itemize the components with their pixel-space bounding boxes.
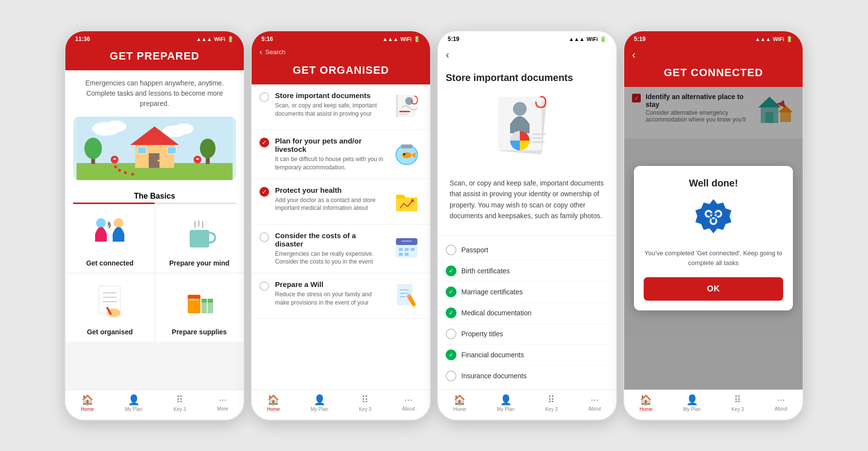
list-item-docs[interactable]: Store important documents Scan, or copy … xyxy=(252,84,430,130)
tile-img-4 xyxy=(180,281,219,324)
key3-icon-1: ⠿ xyxy=(176,394,183,406)
modal-overlay[interactable]: Well done! xyxy=(624,87,803,390)
nav-myplan-3[interactable]: 👤 My Plan xyxy=(497,394,514,412)
nav-key3-3[interactable]: ⠿ Key 3 xyxy=(545,394,558,412)
check-insurance[interactable]: Insurance documents xyxy=(446,366,609,387)
battery-icon: 🔋 xyxy=(227,36,234,42)
screen-4-get-connected: 5:19 ▲▲▲ WiFi 🔋 ‹ GET CONNECTED ✓ Identi… xyxy=(623,30,804,421)
check-circle-property xyxy=(446,328,456,339)
screen1-content: Emergencies can happen anywhere, anytime… xyxy=(65,70,244,390)
tile-label-2: Prepare your mind xyxy=(169,259,230,267)
status-icons-1: ▲▲▲ WiFi 🔋 xyxy=(196,36,234,42)
check-birth[interactable]: ✓ Birth certificates xyxy=(446,261,609,282)
check-marriage[interactable]: ✓ Marriage certificates xyxy=(446,282,609,303)
header-title-4: GET CONNECTED xyxy=(664,66,763,79)
myplan-icon-1: 👤 xyxy=(128,394,140,406)
doc-checklist: Passport ✓ Birth certificates ✓ Marriage… xyxy=(438,236,616,390)
list-item-text-5: Prepare a Will Reduce the stress on your… xyxy=(275,280,385,307)
check-empty-1 xyxy=(259,92,269,102)
check-medical[interactable]: ✓ Medical documentation xyxy=(446,303,609,324)
list-item-pets[interactable]: ✓ Plan for your pets and/or livestock It… xyxy=(252,130,430,179)
nav-myplan-4[interactable]: 👤 My Plan xyxy=(683,394,701,412)
svg-rect-15 xyxy=(167,147,176,154)
svg-rect-48 xyxy=(401,144,413,148)
header-title-1: GET PREPARED xyxy=(110,50,199,62)
nav-myplan-2[interactable]: 👤 My Plan xyxy=(311,394,328,412)
tile-get-organised[interactable]: Get organised xyxy=(65,273,155,342)
check-circle-financial: ✓ xyxy=(446,349,456,360)
list-item-health[interactable]: ✓ Protect your health Add your doctor as… xyxy=(252,179,430,225)
battery-icon-2: 🔋 xyxy=(414,36,420,42)
wifi-icon: WiFi xyxy=(214,36,225,42)
screen-2-get-organised: 5:16 ▲▲▲ WiFi 🔋 ‹ Search GET ORGANISED S… xyxy=(251,30,431,421)
check-circle-birth: ✓ xyxy=(446,266,456,276)
svg-point-18 xyxy=(118,169,121,172)
bottom-nav-4: 🏠 Home 👤 My Plan ⠿ Key 3 ··· About xyxy=(624,390,803,420)
check-property[interactable]: Property titles xyxy=(446,324,609,345)
back-icon-2[interactable]: ‹ xyxy=(259,47,262,57)
wifi-icon-3: WiFi xyxy=(587,36,598,42)
status-icons-4: ▲▲▲ WiFi 🔋 xyxy=(755,36,793,42)
nav-home-1[interactable]: 🏠 Home xyxy=(81,394,94,412)
back-icon-3[interactable]: ‹ xyxy=(446,49,449,62)
check-empty-5 xyxy=(259,281,269,291)
back-icon-4[interactable]: ‹ xyxy=(632,49,635,62)
svg-rect-44 xyxy=(399,111,410,112)
house-svg xyxy=(77,117,233,180)
modal-desc: You've completed 'Get connected'. Keep g… xyxy=(644,248,783,267)
home-icon-1: 🏠 xyxy=(81,394,94,406)
time-2: 5:16 xyxy=(261,36,273,42)
check-circle-marriage: ✓ xyxy=(446,287,456,297)
list-item-icon-4 xyxy=(391,231,422,263)
tile-prepare-supplies[interactable]: Prepare supplies xyxy=(155,273,244,342)
screen4-content: ✓ Identify an alternative place to stay … xyxy=(624,87,803,390)
nav-key3-1[interactable]: ⠿ Key 3 xyxy=(174,394,186,412)
check-empty-4 xyxy=(259,232,269,242)
doc-header: Store important documents xyxy=(438,64,616,236)
header-4: GET CONNECTED xyxy=(624,64,803,87)
signal-icon-2: ▲▲▲ xyxy=(382,36,398,42)
tile-get-connected[interactable]: Get connected xyxy=(65,205,155,273)
nav-home-4[interactable]: 🏠 Home xyxy=(639,394,652,412)
more-icon-1: ··· xyxy=(218,394,227,405)
key3-icon-2: ⠿ xyxy=(361,394,369,406)
nav-about-3[interactable]: ··· About xyxy=(588,394,601,412)
myplan-icon-2: 👤 xyxy=(314,394,326,406)
modal-badge xyxy=(644,197,783,243)
screen3-content: Store important documents xyxy=(438,64,616,390)
svg-point-13 xyxy=(158,160,159,162)
nav-home-3[interactable]: 🏠 Home xyxy=(453,394,466,412)
check-done-2: ✓ xyxy=(259,138,269,147)
svg-point-2 xyxy=(105,121,126,132)
time-3: 5:19 xyxy=(448,36,459,42)
check-passport[interactable]: Passport xyxy=(446,240,609,261)
nav-more-1[interactable]: ··· More xyxy=(217,394,228,412)
svg-rect-14 xyxy=(138,147,146,154)
nav-about-2[interactable]: ··· About xyxy=(402,394,414,412)
tile-prepare-mind[interactable]: Prepare your mind xyxy=(155,205,244,273)
modal-ok-button[interactable]: OK xyxy=(644,277,783,301)
nav-key3-2[interactable]: ⠿ Key 3 xyxy=(359,394,372,412)
svg-point-7 xyxy=(84,138,102,159)
list-item-costs[interactable]: Consider the costs of a disaster Emergen… xyxy=(252,225,430,274)
header-1: GET PREPARED xyxy=(65,45,244,70)
nav-home-2[interactable]: 🏠 Home xyxy=(267,394,280,412)
nav-about-4[interactable]: ··· About xyxy=(774,394,787,412)
list-item-will[interactable]: Prepare a Will Reduce the stress on your… xyxy=(252,273,430,319)
svg-rect-58 xyxy=(399,253,403,256)
back-area-4: ‹ xyxy=(624,45,803,64)
nav-myplan-1[interactable]: 👤 My Plan xyxy=(125,394,142,412)
svg-rect-72 xyxy=(532,133,546,135)
svg-rect-36 xyxy=(188,295,200,299)
svg-point-9 xyxy=(200,139,216,158)
signal-icon: ▲▲▲ xyxy=(196,36,212,42)
doc-desc: Scan, or copy and keep safe, important d… xyxy=(446,178,609,227)
svg-rect-57 xyxy=(411,248,414,251)
nav-key3-4[interactable]: ⠿ Key 3 xyxy=(731,394,744,412)
svg-point-87 xyxy=(707,212,710,216)
svg-point-70 xyxy=(513,102,527,116)
screen-3-documents: 5:19 ▲▲▲ WiFi 🔋 ‹ Store important docume… xyxy=(437,30,617,421)
svg-point-88 xyxy=(716,212,720,216)
check-financial[interactable]: ✓ Financial documents xyxy=(446,345,609,366)
home-icon-4: 🏠 xyxy=(640,394,652,406)
